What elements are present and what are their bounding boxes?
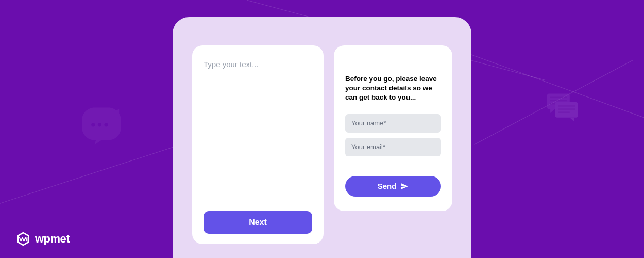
email-field[interactable]: [345, 138, 441, 156]
main-panel: Type your text... Next Before you go, pl…: [173, 17, 471, 258]
brand-logo: wpmet: [15, 231, 70, 247]
name-field[interactable]: [345, 114, 441, 133]
svg-rect-10: [558, 111, 570, 113]
svg-rect-5: [550, 100, 567, 102]
brand-name: wpmet: [35, 232, 70, 246]
text-input-card: Type your text... Next: [192, 45, 324, 244]
send-button-label: Send: [378, 182, 397, 190]
chat-bubble-icon: [78, 101, 125, 147]
text-input-area[interactable]: Type your text...: [204, 60, 312, 69]
send-button[interactable]: Send: [345, 176, 441, 197]
decorative-line: [0, 140, 195, 212]
next-button[interactable]: Next: [204, 211, 312, 234]
contact-form-heading: Before you go, please leave your contact…: [345, 74, 441, 103]
contact-form-card: Before you go, please leave your contact…: [334, 45, 452, 211]
wpmet-logo-icon: [15, 231, 31, 247]
svg-rect-4: [550, 97, 567, 99]
svg-point-2: [104, 123, 108, 126]
svg-point-1: [98, 123, 101, 126]
paper-plane-icon: [400, 182, 409, 190]
stacked-chat-icon: [544, 91, 580, 125]
svg-rect-8: [558, 105, 575, 107]
svg-rect-9: [558, 108, 575, 110]
svg-point-0: [91, 123, 95, 126]
